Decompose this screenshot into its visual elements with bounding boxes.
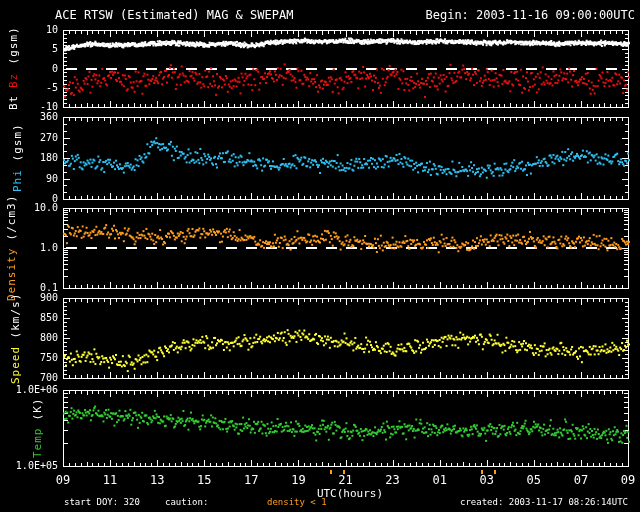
bt-bz-axis-label-part: Bz — [7, 72, 20, 87]
panel-temp — [63, 390, 628, 466]
caution-mark — [494, 470, 496, 474]
temp-axis-label-part: Temp — [31, 428, 44, 459]
x-tick-label: 09 — [49, 473, 77, 487]
caution-mark — [481, 470, 483, 474]
page-title: ACE RTSW (Estimated) MAG & SWEPAM — [55, 8, 293, 22]
begin-timestamp: Begin: 2003-11-16 09:00:00UTC — [425, 8, 635, 22]
ace-rtsw-plot: ACE RTSW (Estimated) MAG & SWEPAM Begin:… — [0, 0, 640, 512]
x-tick-label: 21 — [332, 473, 360, 487]
phi-y-tick-label: 360 — [0, 111, 58, 123]
temp-axis-label-part: (K) — [31, 398, 44, 429]
panel-bt-bz — [63, 30, 628, 107]
phi-axis-label-part: (gsm) — [11, 124, 24, 170]
x-tick-label: 01 — [426, 473, 454, 487]
panel-phi — [63, 117, 628, 199]
density-axis-label: Density (/cm3) — [4, 208, 18, 288]
x-tick-label: 17 — [237, 473, 265, 487]
caution-mark — [343, 470, 345, 474]
temp-y-tick-label: 1.0E+05 — [0, 460, 58, 472]
footer-caution-label: caution: — [165, 497, 208, 507]
panel-speed — [63, 298, 628, 378]
phi-y-tick-label: 180 — [0, 152, 58, 164]
bt-bz-axis-label-part: Bt — [7, 88, 20, 111]
x-tick-label: 19 — [284, 473, 312, 487]
x-tick-label: 23 — [379, 473, 407, 487]
bt-bz-axis-label-part: (gsm) — [7, 27, 20, 73]
panel-density — [63, 208, 628, 288]
x-tick-label: 03 — [473, 473, 501, 487]
speed-axis-label-part: (km/s) — [9, 292, 22, 345]
bt-bz-axis-label: Bt Bz (gsm) — [6, 30, 20, 107]
footer-start-doy: start DOY: 320 — [64, 497, 140, 507]
phi-y-tick-label: 90 — [0, 173, 58, 185]
phi-axis-label: Phi (gsm) — [10, 117, 24, 199]
temp-axis-label: Temp (K) — [30, 390, 44, 466]
x-tick-label: 05 — [520, 473, 548, 487]
speed-axis-label-part: Speed — [9, 346, 22, 384]
phi-y-tick-label: 270 — [0, 132, 58, 144]
speed-axis-label: Speed (km/s) — [8, 298, 22, 378]
x-tick-label: 11 — [96, 473, 124, 487]
footer-created-timestamp: created: 2003-11-17 08:26:14UTC — [460, 497, 628, 507]
density-axis-label-part: (/cm3) — [5, 195, 18, 248]
x-tick-label: 07 — [567, 473, 595, 487]
footer-caution-value: density < 1 — [267, 497, 327, 507]
x-tick-label: 13 — [143, 473, 171, 487]
caution-mark — [330, 470, 332, 474]
phi-axis-label-part: Phi — [11, 169, 24, 192]
temp-y-tick-label: 1.0E+06 — [0, 384, 58, 396]
x-tick-label: 09 — [614, 473, 640, 487]
x-tick-label: 15 — [190, 473, 218, 487]
